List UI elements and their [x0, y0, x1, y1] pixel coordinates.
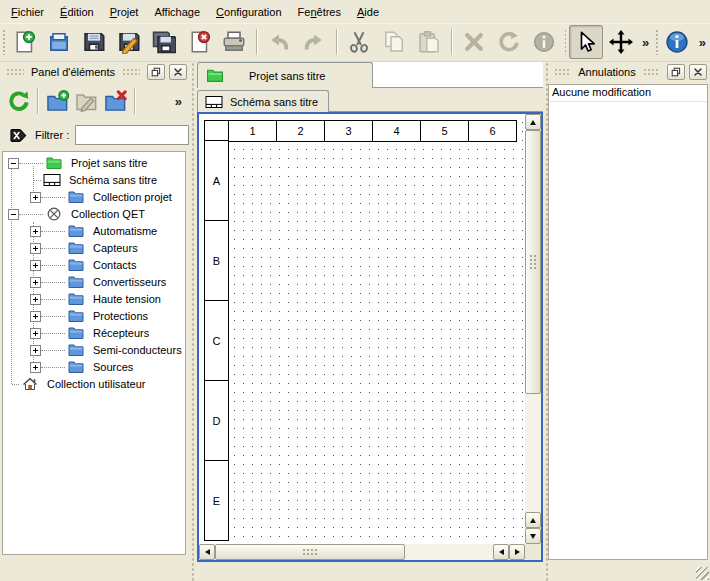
tree-item-collection-qet[interactable]: Collection QET: [3, 206, 185, 223]
refresh-icon: [7, 90, 31, 113]
expand-toggle[interactable]: [30, 226, 41, 237]
tree-item-convertisseurs[interactable]: Convertisseurs: [3, 274, 185, 291]
expand-toggle[interactable]: [30, 243, 41, 254]
undo-history-item[interactable]: Aucune modification: [549, 85, 707, 102]
save-as-button[interactable]: [112, 25, 146, 59]
close-file-button[interactable]: [182, 25, 216, 59]
tree-item-automatisme[interactable]: Automatisme: [3, 223, 185, 240]
expand-toggle[interactable]: [30, 311, 41, 322]
reload-collections-button[interactable]: [4, 87, 33, 116]
undo-icon: [267, 30, 291, 54]
dock-drag-handle[interactable]: [554, 68, 571, 76]
vscroll-down-button[interactable]: [525, 528, 541, 544]
tree-item-recepteurs[interactable]: Récepteurs: [3, 325, 185, 342]
new-category-button[interactable]: [43, 87, 72, 116]
delete-category-button[interactable]: [101, 87, 130, 116]
hscroll-left-button-right[interactable]: [493, 544, 509, 560]
tree-item-sources[interactable]: Sources: [3, 359, 185, 376]
menu-aide[interactable]: Aide: [349, 3, 387, 21]
tree-item-label: Semi-conducteurs: [93, 344, 182, 356]
left-splitter[interactable]: [189, 62, 196, 581]
menu-fenetres[interactable]: Fenêtres: [290, 3, 349, 21]
schema-tabbar: Schéma sans titre: [197, 88, 543, 112]
vscroll-up-button[interactable]: [525, 114, 541, 130]
menu-configuration[interactable]: Configuration: [208, 3, 289, 21]
toolbar-drag-handle[interactable]: [564, 29, 567, 55]
undo-button[interactable]: [262, 25, 296, 59]
menu-edition[interactable]: Édition: [52, 3, 102, 21]
toolbar-drag-handle[interactable]: [655, 29, 658, 55]
toolbar-extension-chevron[interactable]: »: [695, 35, 710, 50]
save-button[interactable]: [77, 25, 111, 59]
collapse-toggle[interactable]: [8, 209, 19, 220]
toolbar-extension-chevron[interactable]: »: [171, 94, 186, 109]
tree-item-projet-sans-titre[interactable]: Projet sans titre: [3, 155, 185, 172]
close-file-icon: [187, 30, 211, 54]
diagram-canvas[interactable]: 123456 ABCDE: [199, 114, 525, 544]
delete-button[interactable]: [457, 25, 491, 59]
paste-button[interactable]: [412, 25, 446, 59]
menu-fichier[interactable]: Fichier: [3, 3, 52, 21]
vscroll-thumb[interactable]: [525, 130, 541, 394]
expand-toggle[interactable]: [30, 328, 41, 339]
select-mode-button[interactable]: [569, 25, 603, 59]
hscroll-right-button[interactable]: [509, 544, 525, 560]
project-tab[interactable]: Projet sans titre: [197, 62, 373, 88]
open-button[interactable]: [42, 25, 76, 59]
expand-toggle[interactable]: [30, 260, 41, 271]
menu-affichage[interactable]: Affichage: [146, 3, 208, 21]
tree-item-collection-utilisateur[interactable]: Collection utilisateur: [3, 376, 185, 393]
tree-branch-line: [41, 299, 65, 300]
vscroll-up-button-bottom[interactable]: [525, 512, 541, 528]
cut-button[interactable]: [342, 25, 376, 59]
window-resize-grip[interactable]: [696, 567, 709, 580]
undo-panel-titlebar: Annulations: [548, 62, 710, 82]
filter-label: Filtrer :: [35, 129, 69, 141]
new-document-button[interactable]: [7, 25, 41, 59]
schema-tab[interactable]: Schéma sans titre: [197, 90, 329, 112]
redo-button[interactable]: [297, 25, 331, 59]
copy-button[interactable]: [377, 25, 411, 59]
filter-input[interactable]: [75, 125, 189, 145]
tree-item-haute-tension[interactable]: Haute tension: [3, 291, 185, 308]
close-panel-button[interactable]: [689, 64, 707, 80]
qet-info-button[interactable]: [660, 25, 694, 59]
hscroll-track[interactable]: [215, 544, 493, 560]
save-all-button[interactable]: [147, 25, 181, 59]
tree-item-collection-projet[interactable]: Collection projet: [3, 189, 185, 206]
hscroll-thumb[interactable]: [215, 544, 405, 560]
tree-item-capteurs[interactable]: Capteurs: [3, 240, 185, 257]
toolbar-extension-chevron[interactable]: »: [638, 35, 653, 50]
expand-toggle[interactable]: [30, 277, 41, 288]
blue-folder-icon: [67, 342, 85, 358]
tree-item-semi-conducteurs[interactable]: Semi-conducteurs: [3, 342, 185, 359]
tree-item-label: Automatisme: [93, 225, 157, 237]
collapse-toggle[interactable]: [8, 158, 19, 169]
expand-toggle[interactable]: [30, 294, 41, 305]
close-panel-button[interactable]: [169, 64, 187, 80]
float-panel-button[interactable]: [667, 64, 685, 80]
hscroll-left-button[interactable]: [199, 544, 215, 560]
rotate-button[interactable]: [492, 25, 526, 59]
expand-toggle[interactable]: [30, 345, 41, 356]
info-button[interactable]: [527, 25, 561, 59]
clear-filter-icon[interactable]: [9, 128, 29, 143]
vscroll-track[interactable]: [525, 130, 541, 512]
tree-branch-line: [41, 231, 65, 232]
elements-panel-toolbar: »: [0, 82, 190, 120]
dock-drag-handle[interactable]: [6, 68, 24, 76]
tree-item-schema-sans-titre[interactable]: Schéma sans titre: [3, 172, 185, 189]
tree-item-contacts[interactable]: Contacts: [3, 257, 185, 274]
float-panel-button[interactable]: [147, 64, 165, 80]
toolbar-drag-handle[interactable]: [2, 29, 5, 55]
expand-toggle[interactable]: [30, 192, 41, 203]
blue-folder-icon: [67, 223, 85, 239]
dock-drag-handle[interactable]: [122, 68, 140, 76]
tree-item-protections[interactable]: Protections: [3, 308, 185, 325]
menu-projet[interactable]: Projet: [102, 3, 147, 21]
print-button[interactable]: [217, 25, 251, 59]
edit-category-button[interactable]: [72, 87, 101, 116]
dock-drag-handle[interactable]: [643, 68, 660, 76]
pan-mode-button[interactable]: [604, 25, 638, 59]
expand-toggle[interactable]: [30, 362, 41, 373]
